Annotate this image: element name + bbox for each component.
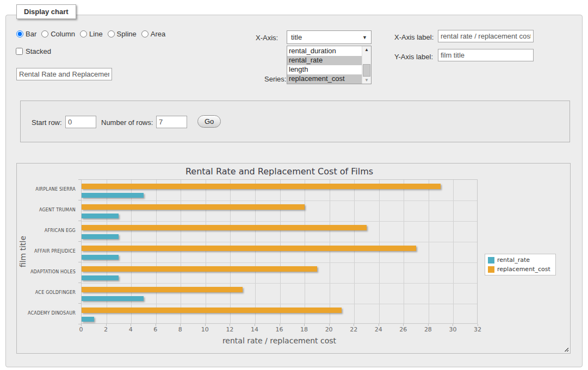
spline-radio[interactable]: [108, 30, 115, 37]
x-tick-label: 14: [251, 326, 258, 333]
x-axis-label-caption: X-Axis label:: [394, 33, 434, 41]
replacement-cost-bar-agent-truman[interactable]: [82, 204, 305, 210]
y-axis-tick: [78, 221, 81, 221]
gridline: [181, 180, 181, 323]
rental-rate-swatch: [488, 257, 494, 264]
gridline: [429, 180, 429, 323]
category-label: ACADEMY DINOSAUR: [28, 311, 76, 316]
rental-rate-bar-academy-dinosaur[interactable]: [82, 317, 94, 322]
gridline: [82, 221, 477, 222]
x-tick-label: 10: [201, 326, 209, 333]
rental-rate-bar-airplane-sierra[interactable]: [82, 193, 144, 198]
resize-handle-icon[interactable]: [563, 346, 568, 352]
rental-rate-bar-ace-goldfinger[interactable]: [82, 296, 144, 301]
gridline: [280, 180, 281, 323]
category-label: ACE GOLDFINGER: [35, 290, 76, 296]
series-listbox-items: rental_durationrental_ratelengthreplacem…: [287, 46, 362, 84]
chart-container: Rental Rate and Replacement Cost of Film…: [16, 163, 571, 354]
go-button[interactable]: Go: [197, 115, 221, 128]
x-axis-select[interactable]: title ▼: [287, 30, 372, 44]
replacement-cost-bar-academy-dinosaur[interactable]: [82, 308, 342, 313]
fieldset-legend: Display chart: [16, 4, 76, 19]
replacement-cost-bar-airplane-sierra[interactable]: [82, 184, 441, 189]
x-tick-label: 4: [129, 326, 133, 333]
x-axis-selected-value: title: [291, 33, 302, 41]
scroll-up-icon[interactable]: ▲: [362, 47, 371, 52]
y-axis-tick: [78, 241, 81, 242]
gridline: [82, 200, 477, 201]
category-label: AIRPLANE SIERRA: [35, 187, 76, 192]
chart-type-option-spline[interactable]: Spline: [108, 30, 137, 38]
line-radio[interactable]: [80, 30, 87, 37]
replacement-cost-bar-ace-goldfinger[interactable]: [82, 287, 243, 292]
gridline: [156, 180, 157, 323]
stacked-checkbox[interactable]: [16, 48, 23, 55]
series-option-rental-rate[interactable]: rental_rate: [287, 56, 362, 65]
area-radio[interactable]: [141, 30, 148, 37]
series-listbox[interactable]: rental_durationrental_ratelengthreplacem…: [287, 46, 372, 84]
scrollbar-thumb[interactable]: [363, 64, 370, 77]
gridline: [107, 180, 107, 323]
x-tick-label: 2: [104, 326, 108, 333]
gridline: [379, 180, 380, 323]
chart-type-option-area[interactable]: Area: [141, 30, 165, 38]
series-option-length[interactable]: length: [287, 65, 362, 74]
y-axis-label-caption: Y-Axis label:: [394, 53, 433, 61]
replacement-cost-bar-adaptation-holes[interactable]: [82, 266, 317, 272]
gridline: [82, 304, 477, 304]
replacement-cost-swatch: [488, 266, 494, 273]
gridline: [354, 180, 355, 323]
rental-rate-bar-adaptation-holes[interactable]: [82, 275, 119, 280]
replacement-cost-bar-affair-prejudice[interactable]: [82, 246, 416, 251]
chart-type-option-line[interactable]: Line: [80, 30, 103, 38]
x-axis-label-input[interactable]: [438, 30, 534, 42]
y-axis-tick: [78, 303, 81, 304]
y-axis-tick: [78, 324, 81, 324]
chart-title-input[interactable]: [16, 68, 112, 80]
chart-type-option-bar[interactable]: Bar: [16, 30, 36, 38]
y-axis-tick: [78, 179, 81, 180]
plot-area: [81, 179, 478, 324]
rental-rate-bar-affair-prejudice[interactable]: [82, 255, 119, 260]
x-tick-label: 30: [449, 326, 456, 333]
series-option-rental-duration[interactable]: rental_duration: [287, 47, 362, 56]
start-row-label: Start row:: [32, 118, 62, 127]
y-axis-title: film title: [18, 236, 27, 267]
replacement-cost-bar-african-egg[interactable]: [82, 225, 367, 230]
gridline: [404, 180, 404, 323]
stacked-label[interactable]: Stacked: [26, 47, 51, 55]
number-of-rows-label: Number of rows:: [101, 118, 153, 127]
legend-item-rental-rate[interactable]: rental_rate: [488, 256, 550, 264]
series-listbox-scrollbar[interactable]: ▲ ▼: [362, 46, 371, 84]
x-tick-label: 22: [350, 326, 357, 333]
legend-label-rental-rate: rental_rate: [497, 256, 530, 264]
x-axis-title: rental rate / replacement cost: [81, 336, 478, 345]
x-tick-label: 12: [226, 326, 233, 333]
category-label: AFFAIR PREJUDICE: [34, 249, 76, 254]
x-tick-label: 18: [300, 326, 308, 333]
scroll-down-icon[interactable]: ▼: [362, 78, 371, 83]
column-radio[interactable]: [41, 30, 48, 37]
gridline: [255, 180, 256, 323]
chart-type-radio-group: BarColumnLineSplineArea: [16, 30, 165, 38]
x-tick-label: 28: [424, 326, 432, 333]
x-tick-label: 6: [153, 326, 157, 333]
x-tick-label: 8: [178, 326, 182, 333]
chart-legend: rental_rate replacement_cost: [485, 254, 556, 275]
category-label: ADAPTATION HOLES: [30, 269, 76, 275]
x-tick-label: 26: [399, 326, 407, 333]
rental-rate-bar-agent-truman[interactable]: [82, 214, 119, 218]
legend-item-replacement-cost[interactable]: replacement_cost: [488, 266, 550, 273]
number-of-rows-input[interactable]: [156, 116, 187, 128]
start-row-input[interactable]: [65, 116, 96, 128]
series-option-replacement-cost[interactable]: replacement_cost: [287, 74, 362, 84]
x-tick-label: 0: [79, 326, 83, 333]
category-label: AGENT TRUMAN: [39, 208, 76, 213]
rental-rate-bar-african-egg[interactable]: [82, 234, 119, 239]
x-tick-label: 16: [276, 326, 283, 333]
gridline: [453, 180, 454, 323]
chart-type-option-column[interactable]: Column: [41, 30, 75, 38]
y-axis-label-input[interactable]: [438, 49, 534, 61]
gridline: [330, 180, 330, 323]
bar-radio[interactable]: [16, 30, 23, 37]
